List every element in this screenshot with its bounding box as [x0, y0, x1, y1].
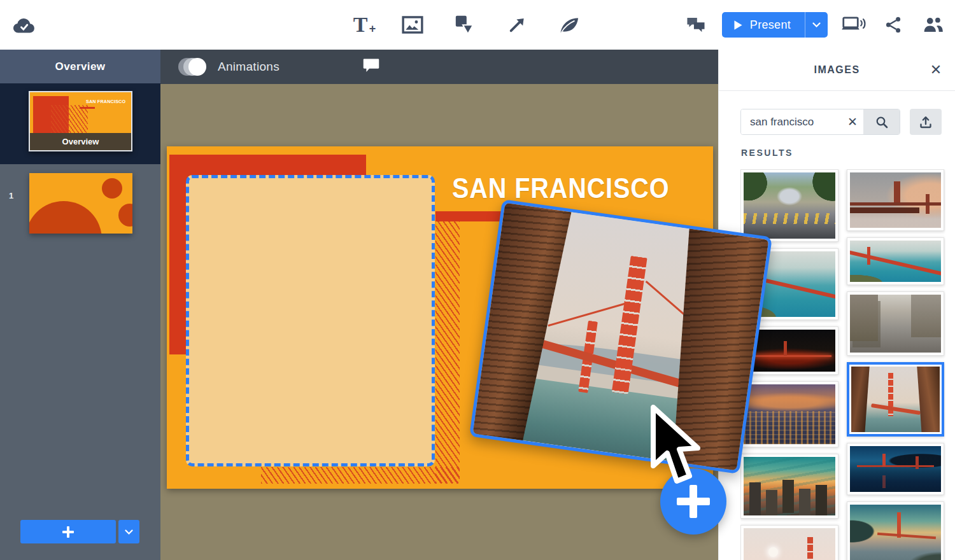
- image-search-input[interactable]: [741, 109, 842, 134]
- add-slide-options-button[interactable]: [118, 520, 139, 543]
- slides-sidebar: Overview SAN FRANCISCO Overview 1: [0, 50, 160, 560]
- collaborators-button[interactable]: [919, 11, 946, 38]
- hatch-pattern-bottom: [261, 467, 460, 484]
- comments-button[interactable]: [683, 11, 709, 38]
- add-slide-button[interactable]: [20, 520, 116, 543]
- images-panel-header: IMAGES ✕: [719, 50, 955, 91]
- present-label: Present: [750, 18, 791, 32]
- draw-tool-button[interactable]: [556, 11, 583, 38]
- top-toolbar: T+: [0, 0, 955, 50]
- arrow-icon: [507, 15, 527, 34]
- slide-1-row: 1: [0, 164, 160, 247]
- image-result-beach-bridge[interactable]: [847, 501, 944, 560]
- search-icon: [875, 116, 888, 129]
- present-options-button[interactable]: [805, 12, 828, 38]
- overview-slide-section: SAN FRANCISCO Overview: [0, 83, 160, 164]
- hatch-pattern-right: [435, 220, 460, 483]
- sidebar-header-label: Overview: [55, 60, 106, 73]
- images-panel-title: IMAGES: [814, 64, 860, 76]
- comment-bubble-button[interactable]: [362, 57, 380, 76]
- search-button[interactable]: [863, 109, 900, 134]
- comments-icon: [686, 16, 706, 34]
- placed-bridge-photo[interactable]: [469, 199, 772, 474]
- shapes-icon: [454, 15, 476, 35]
- share-icon: [884, 16, 902, 34]
- results-label: RESULTS: [741, 148, 793, 158]
- presentation-actions: Present: [683, 0, 946, 50]
- animations-label: Animations: [218, 60, 279, 74]
- image-result-fog-bridge[interactable]: [847, 169, 944, 231]
- title-underline-bar[interactable]: [435, 211, 503, 221]
- insert-tools: T+: [347, 0, 583, 50]
- add-arrow-button[interactable]: [504, 11, 530, 38]
- overview-slide-thumbnail[interactable]: SAN FRANCISCO Overview: [29, 91, 132, 151]
- speech-bubble-icon: [362, 57, 380, 74]
- upload-icon: [919, 115, 933, 129]
- add-text-button[interactable]: T+: [347, 11, 374, 38]
- slide-1-thumbnail[interactable]: [29, 173, 132, 234]
- close-panel-button[interactable]: ✕: [927, 61, 945, 79]
- plus-icon: [62, 526, 74, 538]
- image-result-city-street[interactable]: [847, 291, 944, 356]
- selected-placeholder-frame[interactable]: [186, 175, 435, 466]
- image-result-sunset-skyline[interactable]: [740, 454, 838, 519]
- add-image-button[interactable]: [399, 11, 426, 38]
- add-content-fab[interactable]: [660, 468, 726, 535]
- image-result-bridge-trees-selected[interactable]: [847, 362, 944, 437]
- overview-slide-preview: SAN FRANCISCO: [30, 92, 131, 133]
- image-result-moon-bridge[interactable]: [740, 525, 838, 560]
- play-icon: [733, 20, 743, 31]
- present-button-group: Present: [722, 12, 828, 38]
- cloud-saved-icon: [11, 14, 37, 36]
- share-button[interactable]: [880, 11, 907, 38]
- slide-1-number: 1: [9, 191, 13, 200]
- overview-slide-caption: Overview: [30, 133, 131, 150]
- image-result-street[interactable]: [740, 169, 838, 242]
- add-shape-button[interactable]: [451, 11, 478, 38]
- people-icon: [922, 16, 944, 34]
- image-results-grid: [740, 169, 945, 560]
- image-result-dusk-city[interactable]: [740, 381, 838, 447]
- upload-image-button[interactable]: [910, 109, 942, 135]
- chevron-down-icon: [812, 22, 821, 27]
- animations-toggle[interactable]: [178, 58, 206, 76]
- chevron-down-icon: [125, 529, 133, 535]
- clear-search-button[interactable]: ✕: [842, 109, 863, 134]
- canvas-toolbar: Animations: [160, 50, 718, 84]
- image-result-blue-hour[interactable]: [847, 443, 944, 495]
- image-icon: [402, 15, 423, 34]
- sidebar-header[interactable]: Overview: [0, 50, 160, 83]
- image-search-row: ✕: [740, 109, 942, 135]
- present-button[interactable]: Present: [722, 12, 805, 38]
- add-slide-controls: [20, 520, 139, 543]
- mini-slide-title: SAN FRANCISCO: [86, 99, 125, 104]
- screencast-icon: [841, 16, 867, 34]
- slide-title[interactable]: SAN FRANCISCO: [452, 172, 669, 205]
- leaf-icon: [558, 15, 580, 35]
- live-present-button[interactable]: [840, 11, 867, 38]
- image-result-fog-tower[interactable]: [847, 237, 944, 285]
